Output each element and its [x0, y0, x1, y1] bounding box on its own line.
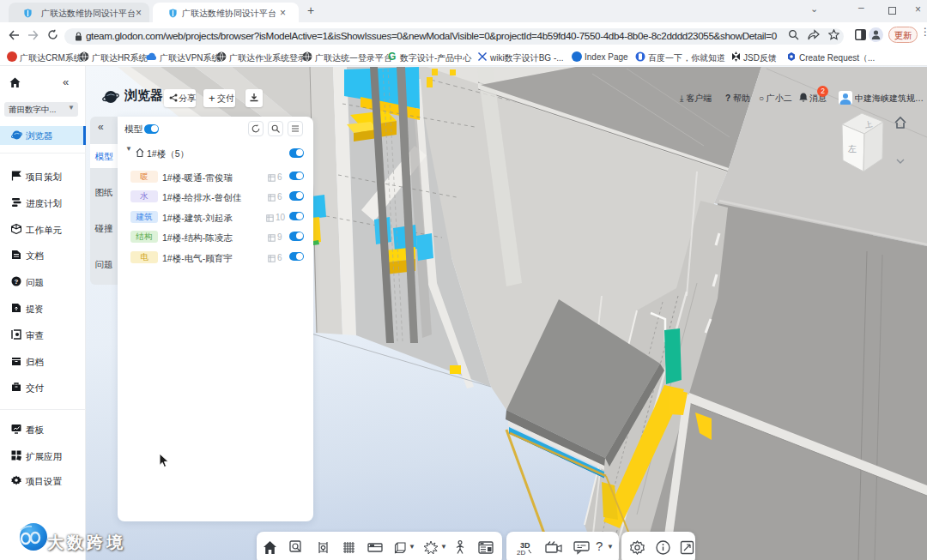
svg-text:上: 上 [864, 120, 874, 129]
svg-text:?: ? [15, 278, 19, 286]
svg-text:左: 左 [848, 144, 857, 154]
svg-text:2D: 2D [517, 549, 525, 556]
